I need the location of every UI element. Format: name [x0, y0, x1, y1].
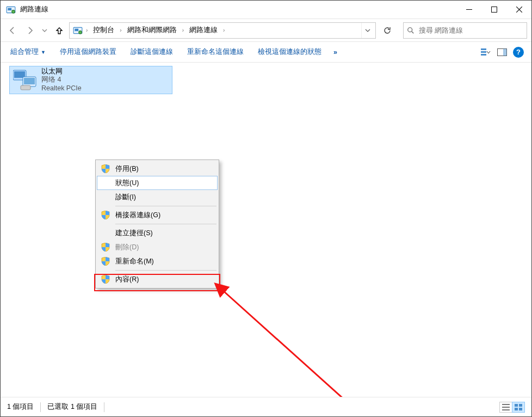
svg-rect-22: [515, 408, 518, 410]
large-icons-view-button[interactable]: [512, 402, 525, 413]
ctx-status-label: 狀態(U): [115, 179, 139, 188]
minimize-button[interactable]: [456, 1, 481, 19]
network-adapter-icon: [13, 69, 37, 91]
ctx-bridge[interactable]: 橋接器連線(G): [97, 208, 218, 222]
location-icon: [73, 26, 83, 35]
connection-network: 网络 4: [41, 76, 82, 84]
separator: [40, 402, 41, 412]
breadcrumb-network-connections[interactable]: 網路連線: [186, 23, 221, 38]
ctx-properties-label: 內容(R): [115, 275, 139, 284]
selection-count: 已選取 1 個項目: [47, 402, 97, 412]
svg-rect-14: [503, 48, 507, 56]
connection-device: Realtek PCIe: [41, 84, 82, 93]
search-icon: [407, 27, 415, 34]
ctx-create-shortcut[interactable]: 建立捷徑(S): [97, 226, 218, 240]
separator: [115, 224, 216, 224]
back-button[interactable]: [5, 23, 20, 38]
shield-icon: [101, 211, 110, 219]
chevron-down-icon: ▼: [41, 50, 46, 55]
address-history-dropdown[interactable]: [361, 23, 373, 38]
svg-rect-10: [481, 48, 486, 50]
recent-locations-button[interactable]: [40, 23, 50, 38]
disable-device-button[interactable]: 停用這個網路裝置: [53, 45, 123, 60]
view-status-button[interactable]: 檢視這個連線的狀態: [251, 45, 328, 60]
svg-rect-8: [491, 7, 497, 13]
ctx-status[interactable]: 狀態(U): [97, 176, 218, 190]
ctx-rename[interactable]: 重新命名(M): [97, 254, 218, 268]
maximize-button[interactable]: [481, 1, 506, 19]
app-icon: [6, 5, 16, 15]
content-area: 以太网 网络 4 Realtek PCIe 停用(B) 狀態(U) 診斷(I) …: [1, 63, 531, 397]
organize-menu[interactable]: 組合管理 ▼: [4, 45, 52, 60]
svg-rect-20: [515, 404, 518, 407]
details-view-button[interactable]: [499, 402, 512, 413]
shield-icon: [101, 257, 110, 266]
ctx-delete[interactable]: 刪除(D): [97, 240, 218, 254]
chevron-right-icon: ›: [85, 27, 89, 33]
change-view-button[interactable]: [478, 45, 493, 60]
navigation-row: › 控制台 › 網路和網際網路 › 網路連線 ›: [1, 19, 531, 42]
command-bar: 組合管理 ▼ 停用這個網路裝置 診斷這個連線 重新命名這個連線 檢視這個連線的狀…: [1, 42, 531, 63]
connection-name: 以太网: [41, 68, 82, 76]
close-button[interactable]: [506, 1, 531, 19]
svg-rect-11: [481, 51, 486, 53]
forward-button[interactable]: [22, 23, 38, 38]
ctx-rename-label: 重新命名(M): [115, 257, 154, 266]
svg-rect-23: [519, 408, 522, 410]
ctx-disable-label: 停用(B): [115, 164, 139, 174]
address-bar[interactable]: › 控制台 › 網路和網際網路 › 網路連線 ›: [69, 22, 376, 39]
ctx-diagnose[interactable]: 診斷(I): [97, 190, 218, 204]
context-menu: 停用(B) 狀態(U) 診斷(I) 橋接器連線(G) 建立捷徑(S) 刪除(D)…: [95, 160, 219, 289]
rename-connection-button[interactable]: 重新命名這個連線: [181, 45, 250, 60]
view-mode-toggle: [500, 402, 525, 413]
search-box[interactable]: [403, 22, 527, 39]
svg-point-9: [408, 27, 412, 32]
breadcrumb-control-panel[interactable]: 控制台: [90, 23, 117, 38]
svg-rect-19: [502, 409, 510, 410]
refresh-button[interactable]: [379, 22, 395, 39]
network-connection-item[interactable]: 以太网 网络 4 Realtek PCIe: [9, 66, 172, 94]
search-input[interactable]: [418, 26, 523, 35]
help-button[interactable]: ?: [513, 47, 524, 58]
diagnose-connection-button[interactable]: 診斷這個連線: [124, 45, 180, 60]
ctx-bridge-label: 橋接器連線(G): [115, 211, 160, 220]
titlebar: 網路連線: [1, 1, 531, 19]
organize-label: 組合管理: [10, 47, 39, 57]
shield-icon: [101, 164, 110, 173]
ctx-diagnose-label: 診斷(I): [115, 193, 136, 202]
chevron-right-icon: ›: [119, 27, 122, 33]
up-button[interactable]: [52, 23, 67, 38]
window-title: 網路連線: [20, 5, 48, 14]
separator: [115, 270, 216, 271]
breadcrumb-network-internet[interactable]: 網路和網際網路: [124, 23, 180, 38]
connection-text: 以太网 网络 4 Realtek PCIe: [41, 68, 82, 93]
separator: [104, 402, 104, 412]
shield-icon: [101, 243, 110, 252]
preview-pane-button[interactable]: [494, 45, 510, 60]
overflow-button[interactable]: »: [329, 45, 342, 60]
chevron-right-icon: ›: [181, 27, 185, 33]
chevron-right-icon: ›: [222, 27, 226, 33]
svg-rect-12: [481, 54, 486, 56]
item-count: 1 個項目: [7, 402, 34, 412]
svg-rect-18: [502, 407, 510, 408]
status-bar: 1 個項目 已選取 1 個項目: [1, 397, 531, 416]
ctx-properties[interactable]: 內容(R): [97, 272, 218, 286]
ctx-shortcut-label: 建立捷徑(S): [115, 229, 153, 238]
svg-rect-17: [502, 404, 510, 405]
shield-icon: [101, 275, 110, 284]
separator: [115, 206, 216, 206]
ctx-disable[interactable]: 停用(B): [97, 162, 218, 176]
svg-rect-21: [519, 404, 522, 407]
ctx-delete-label: 刪除(D): [115, 243, 139, 252]
